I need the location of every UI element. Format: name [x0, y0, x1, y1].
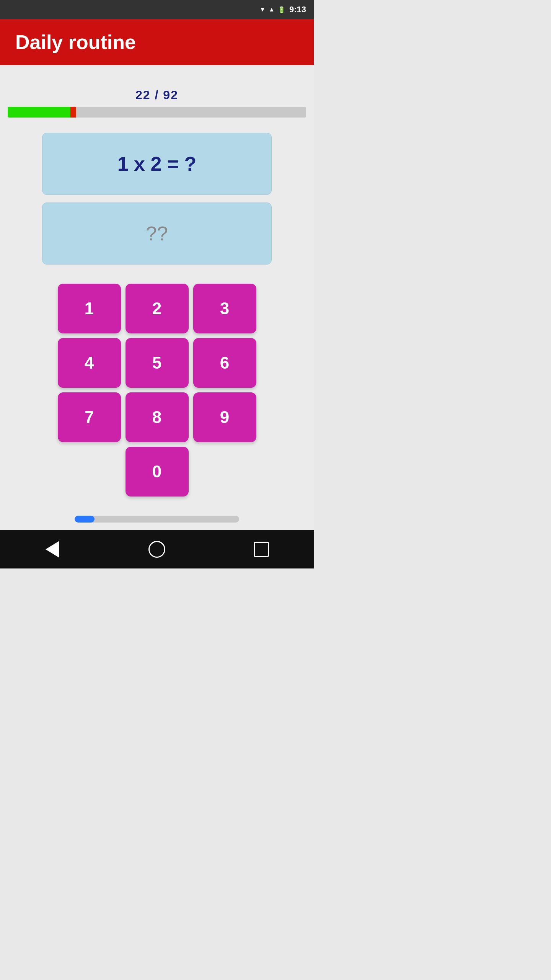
numpad-btn-0[interactable]: 0: [126, 447, 189, 497]
back-icon: [46, 541, 59, 558]
answer-text: ??: [146, 222, 168, 245]
page-title: Daily routine: [15, 31, 298, 54]
status-icons: ▼ ▲ 🔋: [259, 6, 285, 13]
question-card: 1 x 2 = ?: [42, 133, 272, 195]
nav-back-button[interactable]: [41, 538, 64, 561]
numpad-row-1: 1 2 3: [58, 284, 256, 333]
question-text: 1 x 2 = ?: [54, 152, 260, 175]
progress-bar-container: [8, 107, 306, 118]
nav-home-button[interactable]: [145, 538, 168, 561]
recents-icon: [254, 542, 269, 557]
numpad-btn-8[interactable]: 8: [126, 392, 189, 442]
main-content: 22 / 92 1 x 2 = ? ?? 1 2 3 4 5 6 7 8 9 0: [0, 65, 314, 530]
numpad-btn-6[interactable]: 6: [193, 338, 256, 388]
progress-bar-red: [70, 107, 77, 118]
numpad-btn-7[interactable]: 7: [58, 392, 121, 442]
numpad-row-3: 7 8 9: [58, 392, 256, 442]
numpad-row-4: 0: [126, 447, 189, 497]
numpad-btn-3[interactable]: 3: [193, 284, 256, 333]
numpad: 1 2 3 4 5 6 7 8 9 0: [58, 284, 256, 497]
numpad-row-2: 4 5 6: [58, 338, 256, 388]
bottom-progress-container: [75, 516, 239, 523]
nav-bar: [0, 530, 314, 568]
answer-card: ??: [42, 203, 272, 265]
status-bar: ▼ ▲ 🔋 9:13: [0, 0, 314, 19]
app-bar: Daily routine: [0, 19, 314, 65]
progress-section: 22 / 92: [8, 88, 306, 118]
numpad-btn-9[interactable]: 9: [193, 392, 256, 442]
numpad-btn-4[interactable]: 4: [58, 338, 121, 388]
bottom-progress-bar: [75, 516, 95, 523]
status-time: 9:13: [289, 5, 306, 15]
nav-recents-button[interactable]: [250, 538, 273, 561]
home-icon: [148, 541, 165, 558]
numpad-btn-2[interactable]: 2: [126, 284, 189, 333]
numpad-btn-5[interactable]: 5: [126, 338, 189, 388]
wifi-icon: ▼: [259, 6, 266, 13]
progress-text: 22 / 92: [135, 88, 178, 102]
progress-bar-green: [8, 107, 70, 118]
numpad-btn-1[interactable]: 1: [58, 284, 121, 333]
battery-icon: 🔋: [278, 6, 285, 13]
signal-icon: ▲: [269, 6, 275, 13]
